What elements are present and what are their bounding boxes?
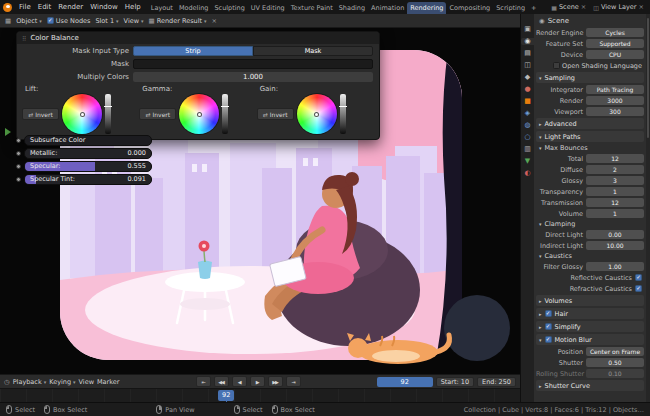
max-bounces-subheader[interactable]: ▾Max Bounces	[536, 143, 644, 153]
image-editor-viewport[interactable]: ⠿ Color Balance Mask Input Type Strip Ma…	[0, 28, 520, 374]
menu-window[interactable]: Window	[87, 3, 121, 11]
tab-modeling[interactable]: Modeling	[176, 2, 212, 14]
editor-type-icon[interactable]: ▦	[5, 17, 11, 25]
specular-slider[interactable]: Specular: 0.555	[24, 161, 152, 172]
specular-tint-slider[interactable]: Specular Tint: 0.091	[24, 174, 152, 185]
keying-menu[interactable]: Keying▾	[49, 378, 75, 386]
view-layer-tab[interactable]: ◫	[521, 62, 534, 69]
tab-sculpting[interactable]: Sculpting	[211, 2, 247, 14]
transmission-field[interactable]: 12	[586, 198, 644, 207]
frame-end-field[interactable]: End:250	[477, 377, 516, 387]
object-tab[interactable]: ■	[521, 98, 534, 105]
mask-field[interactable]	[133, 59, 373, 69]
tab-shading[interactable]: Shading	[336, 2, 368, 14]
constraints-tab[interactable]: ▥	[521, 146, 534, 153]
mode-dropdown[interactable]: Object ▾	[16, 17, 42, 25]
indirect-light-field[interactable]: 10.00	[586, 241, 644, 250]
gain-invert-button[interactable]: ⇄ Invert	[257, 108, 294, 120]
gain-color-wheel[interactable]	[297, 94, 337, 134]
glossy-field[interactable]: 3	[586, 176, 644, 185]
position-dropdown[interactable]: Center on Frame	[586, 347, 644, 356]
strip-option-button[interactable]: Strip	[133, 46, 253, 56]
scene-tab[interactable]: ◆	[521, 74, 534, 81]
motion-blur-checkbox[interactable]: ✓	[545, 336, 552, 343]
gamma-value-slider[interactable]	[222, 94, 228, 134]
physics-tab[interactable]: ○	[521, 134, 534, 141]
world-tab[interactable]: ●	[521, 86, 534, 93]
simplify-checkbox[interactable]: ✓	[545, 323, 552, 330]
modifiers-tab[interactable]: ◈	[521, 110, 534, 117]
motion-blur-section-header[interactable]: ▾✓Motion Blur	[536, 334, 644, 345]
scene-unlink-icon[interactable]: ×	[581, 3, 586, 11]
timeline-scrubber[interactable]: 92	[0, 388, 520, 402]
image-datablock-dropdown[interactable]: ▦ Render Result ▾	[149, 17, 207, 25]
properties-scrollbar[interactable]	[646, 14, 650, 402]
caustics-subheader[interactable]: ▾Caustics	[536, 251, 644, 261]
lift-value-slider[interactable]	[105, 94, 111, 134]
feature-set-dropdown[interactable]: Supported	[586, 39, 644, 48]
volumes-section-header[interactable]: ▸Volumes	[536, 295, 644, 306]
osl-checkbox[interactable]	[553, 62, 560, 69]
playhead[interactable]: 92	[218, 390, 234, 401]
blender-logo-icon[interactable]	[3, 3, 12, 12]
color-balance-header[interactable]: ⠿ Color Balance	[17, 32, 379, 44]
use-nodes-checkbox[interactable]: ✓	[47, 17, 54, 24]
volume-field[interactable]: 1	[586, 209, 644, 218]
rolling-shutter-field[interactable]: 0.10	[586, 369, 644, 378]
jump-to-end-button[interactable]: ⇥	[286, 376, 301, 387]
menu-file[interactable]: File	[16, 3, 34, 11]
tab-rendering[interactable]: Rendering	[407, 2, 446, 14]
view-menu[interactable]: View ▾	[124, 17, 144, 25]
filter-glossy-field[interactable]: 1.00	[586, 262, 644, 271]
diffuse-field[interactable]: 2	[586, 165, 644, 174]
use-nodes-toggle[interactable]: ✓ Use Nodes	[47, 17, 91, 25]
gamma-invert-button[interactable]: ⇄ Invert	[139, 108, 176, 120]
tab-compositing[interactable]: Compositing	[446, 2, 493, 14]
reflective-caustics-checkbox[interactable]: ✓	[635, 274, 642, 281]
view-layer-unlink-icon[interactable]: ×	[639, 3, 644, 11]
light-paths-section-header[interactable]: ▾Light Paths	[536, 131, 644, 142]
shutter-curve-section-header[interactable]: ▸Shutter Curve	[536, 380, 644, 391]
play-reverse-button[interactable]: ◀	[232, 376, 247, 387]
subsurface-color-field[interactable]: Subsurface Color	[24, 135, 152, 146]
shutter-field[interactable]: 0.50	[586, 358, 644, 367]
multiply-colors-field[interactable]: 1.000	[133, 72, 373, 82]
viewport-samples-field[interactable]: 300	[586, 107, 644, 116]
total-field[interactable]: 12	[586, 154, 644, 163]
gain-value-slider[interactable]	[340, 94, 346, 134]
tab-texture-paint[interactable]: Texture Paint	[288, 2, 336, 14]
advanced-section-header[interactable]: ▸Advanced	[536, 118, 644, 129]
menu-help[interactable]: Help	[122, 3, 144, 11]
add-workspace-button[interactable]: +	[528, 2, 539, 14]
particles-tab[interactable]: ◍	[521, 122, 534, 129]
direct-light-field[interactable]: 0.00	[586, 230, 644, 239]
playback-menu[interactable]: Playback▾	[13, 378, 47, 386]
view-menu[interactable]: View	[79, 378, 94, 386]
mask-option-button[interactable]: Mask	[253, 46, 373, 56]
unlink-image-icon[interactable]: ×	[212, 17, 217, 25]
lift-color-wheel[interactable]	[62, 94, 102, 134]
next-keyframe-button[interactable]: ▶▶	[268, 376, 283, 387]
gamma-color-wheel[interactable]	[179, 94, 219, 134]
simplify-section-header[interactable]: ▸✓Simplify	[536, 321, 644, 332]
material-tab[interactable]: ◐	[521, 170, 534, 177]
transparency-field[interactable]: 1	[586, 187, 644, 196]
sampling-section-header[interactable]: ▾Sampling	[536, 72, 644, 83]
tool-tab[interactable]: ▣	[521, 26, 534, 33]
integrator-dropdown[interactable]: Path Tracing	[586, 85, 644, 94]
output-tab[interactable]: ▤	[521, 50, 534, 57]
prev-keyframe-button[interactable]: ◀◀	[214, 376, 229, 387]
device-dropdown[interactable]: CPU	[586, 50, 644, 59]
refractive-caustics-checkbox[interactable]: ✓	[635, 285, 642, 292]
menu-edit[interactable]: Edit	[35, 3, 55, 11]
marker-menu[interactable]: Marker	[97, 378, 119, 386]
tab-animation[interactable]: Animation	[368, 2, 407, 14]
hair-section-header[interactable]: ▸✓Hair	[536, 308, 644, 319]
jump-to-start-button[interactable]: ⇤	[196, 376, 211, 387]
scene-selector[interactable]: ▦ Scene ×	[548, 3, 589, 11]
frame-start-field[interactable]: Start:10	[436, 377, 474, 387]
menu-render[interactable]: Render	[55, 3, 86, 11]
object-data-tab[interactable]: ▼	[521, 158, 534, 165]
timeline-editor-icon[interactable]: ◷	[4, 378, 10, 386]
tab-uv-editing[interactable]: UV Editing	[248, 2, 288, 14]
